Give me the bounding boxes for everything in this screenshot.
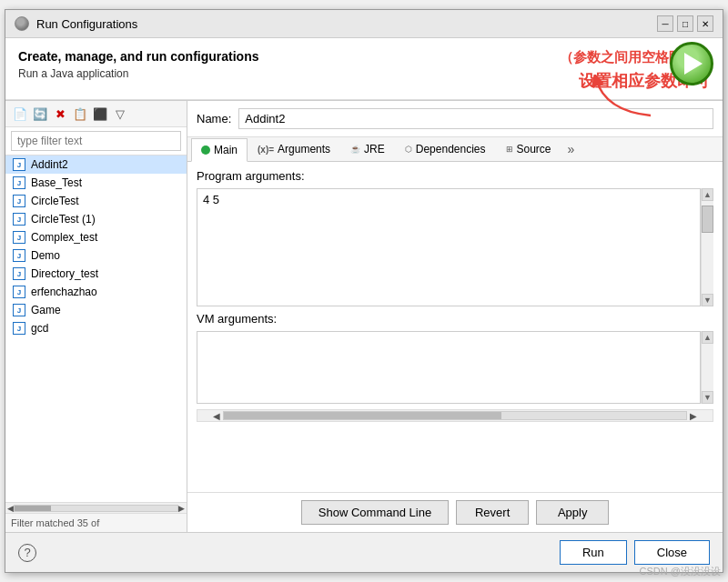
java-app-icon: J: [13, 322, 25, 335]
tabs-row: Main (x)= Arguments ☕ JRE ⬡ Dependencies…: [187, 137, 723, 162]
list-item[interactable]: J Game: [5, 301, 187, 319]
tab-arguments-label: Arguments: [278, 143, 330, 156]
tab-arguments[interactable]: (x)= Arguments: [248, 137, 340, 161]
filter-input[interactable]: [11, 131, 181, 151]
tab-source[interactable]: ⊞ Source: [496, 137, 561, 161]
list-item-label: Base_Test: [31, 176, 82, 189]
scroll-thumb: [15, 506, 51, 511]
main-tab-icon: [201, 146, 210, 155]
list-item-label: Addint2: [31, 158, 68, 171]
sidebar-list[interactable]: J Addint2 J Base_Test J CircleTest J Cir…: [5, 156, 187, 502]
deps-tab-icon: ⬡: [405, 145, 412, 154]
java-app-icon: J: [13, 176, 25, 189]
sidebar-horizontal-scrollbar[interactable]: ◀ ▶: [5, 502, 187, 513]
scroll-area: [702, 201, 713, 294]
header-subtitle: Run a Java application: [18, 67, 259, 80]
apply-button[interactable]: Apply: [536, 500, 609, 525]
java-app-icon: J: [13, 249, 25, 262]
title-bar: Run Configurations ─ □ ✕: [5, 10, 723, 38]
scroll-track[interactable]: [14, 505, 178, 512]
scroll-left-arrow[interactable]: ◀: [7, 504, 14, 513]
action-row: Show Command Line Revert Apply: [187, 492, 723, 532]
java-app-icon: J: [13, 267, 25, 280]
tab-more[interactable]: »: [561, 137, 581, 161]
filter-match-text: Filter matched 35 of: [11, 517, 99, 528]
java-app-icon: J: [13, 158, 25, 171]
arguments-panel: Program arguments: 4 5 ▲ ▼ VM arguments:: [187, 162, 723, 492]
source-tab-icon: ⊞: [506, 145, 513, 154]
header-text: Create, manage, and run configurations R…: [18, 49, 259, 80]
tab-source-label: Source: [517, 143, 551, 156]
run-play-button[interactable]: [670, 42, 713, 85]
h-scroll-thumb: [224, 412, 501, 419]
show-command-line-button[interactable]: Show Command Line: [301, 500, 449, 525]
h-scroll-track[interactable]: [223, 411, 687, 420]
list-item-label: Complex_test: [31, 231, 97, 244]
java-app-icon: J: [13, 195, 25, 207]
list-item[interactable]: J erfenchazhao: [5, 283, 187, 301]
right-panel: Name: Main (x)= Arguments ☕ JRE ⬡: [187, 101, 723, 532]
sidebar-footer: Filter matched 35 of: [5, 513, 187, 532]
maximize-button[interactable]: □: [677, 15, 693, 32]
minimize-button[interactable]: ─: [657, 15, 673, 32]
vm-args-input[interactable]: [197, 331, 701, 404]
scroll-right-arrow[interactable]: ▶: [178, 504, 185, 513]
tab-main[interactable]: Main: [191, 138, 248, 162]
java-app-icon: J: [13, 286, 25, 298]
sidebar-toolbar: 📄 🔄 ✖ 📋 ⬛ ▽: [5, 101, 187, 127]
tab-dependencies[interactable]: ⬡ Dependencies: [395, 137, 496, 161]
footer-right: Run Close: [560, 540, 710, 565]
collapse-button[interactable]: ⬛: [91, 105, 109, 123]
scroll-down-btn[interactable]: ▼: [702, 391, 713, 404]
list-item[interactable]: J Base_Test: [5, 174, 187, 192]
java-app-icon: J: [13, 231, 25, 244]
list-item[interactable]: J Directory_test: [5, 265, 187, 283]
footer-left: ?: [18, 544, 36, 562]
close-window-button[interactable]: ✕: [697, 15, 713, 32]
export-button[interactable]: 📋: [71, 105, 89, 123]
filter-button[interactable]: ▽: [111, 105, 129, 123]
name-label: Name:: [197, 112, 231, 125]
list-item[interactable]: J Complex_test: [5, 228, 187, 246]
scroll-right-arrow[interactable]: ▶: [687, 411, 700, 421]
run-button[interactable]: Run: [560, 540, 627, 565]
tab-jre-label: JRE: [364, 143, 385, 156]
tab-main-label: Main: [214, 144, 238, 156]
filter-container: [5, 127, 187, 156]
more-tabs-label: »: [568, 142, 575, 156]
program-args-input[interactable]: 4 5: [197, 188, 701, 306]
list-item-label: Directory_test: [31, 267, 98, 280]
close-button[interactable]: Close: [634, 540, 710, 565]
vm-args-label: VM arguments:: [197, 312, 713, 326]
tab-jre[interactable]: ☕ JRE: [340, 137, 395, 161]
window-controls: ─ □ ✕: [657, 15, 713, 32]
new-config-button[interactable]: 📄: [11, 105, 29, 123]
vm-args-scrollbar[interactable]: ▲ ▼: [701, 331, 713, 404]
revert-button[interactable]: Revert: [456, 500, 529, 525]
header-right: （参数之间用空格隔开） 设置相应参数即可: [560, 49, 710, 92]
scroll-up-btn[interactable]: ▲: [702, 188, 713, 201]
duplicate-button[interactable]: 🔄: [31, 105, 49, 123]
args-tab-icon: (x)=: [258, 145, 274, 155]
horizontal-scrollbar[interactable]: ◀ ▶: [197, 409, 713, 422]
header-title: Create, manage, and run configurations: [18, 49, 259, 64]
java-app-icon: J: [13, 213, 25, 226]
scroll-up-btn[interactable]: ▲: [702, 331, 713, 344]
program-args-scrollbar[interactable]: ▲ ▼: [701, 188, 713, 306]
help-button[interactable]: ?: [18, 544, 36, 562]
list-item[interactable]: J Addint2: [5, 156, 187, 174]
list-item[interactable]: J CircleTest: [5, 192, 187, 210]
title-bar-left: Run Configurations: [15, 16, 137, 31]
watermark: CSDN @没没没设: [640, 565, 721, 578]
scroll-down-btn[interactable]: ▼: [702, 294, 713, 306]
header-section: Create, manage, and run configurations R…: [5, 38, 723, 100]
list-item[interactable]: J CircleTest (1): [5, 210, 187, 228]
tab-dependencies-label: Dependencies: [416, 143, 486, 156]
scroll-area: [702, 344, 713, 391]
dialog-footer: ? Run Close: [5, 532, 723, 572]
scroll-left-arrow[interactable]: ◀: [210, 411, 223, 421]
delete-button[interactable]: ✖: [51, 105, 69, 123]
jre-tab-icon: ☕: [350, 145, 360, 154]
list-item[interactable]: J gcd: [5, 319, 187, 337]
list-item[interactable]: J Demo: [5, 246, 187, 265]
